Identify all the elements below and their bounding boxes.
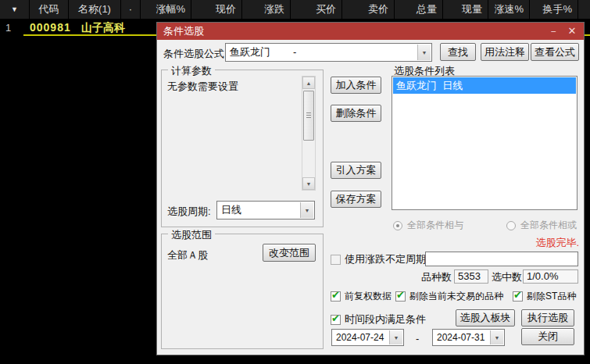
condition-list-item[interactable]: 鱼跃龙门 日线 (393, 77, 576, 94)
time-range-label: 时间段内满足条件 (345, 312, 426, 327)
irregular-period-checkbox[interactable]: 使用涨跌不定周期 (331, 252, 426, 266)
irregular-period-label: 使用涨跌不定周期 (345, 252, 426, 266)
count-label: 品种数 (421, 270, 452, 284)
radio-selected-icon (393, 221, 402, 230)
date-to-value: 2024-07-31 (437, 330, 485, 345)
formula-combobox[interactable]: 鱼跃龙门 - ▼ (225, 43, 432, 62)
selected-count-label: 选中数 (492, 270, 522, 284)
radio-unselected-icon (506, 221, 516, 230)
date-to-combobox[interactable]: 2024-07-31 ▼ (432, 329, 505, 346)
date-separator: - (416, 333, 419, 344)
exclude-untraded-label: 剔除当前未交易的品种 (409, 290, 503, 303)
header-cell-price[interactable]: 现价 (191, 0, 242, 19)
add-condition-button[interactable]: 加入条件 (331, 77, 381, 94)
header-cell-name[interactable]: 名称(1) (69, 0, 121, 19)
forward-adjusted-checkbox[interactable]: ✔ 前复权数据 (331, 290, 392, 303)
table-header: ▼ 代码 名称(1) · 涨幅% 现价 涨跌 买价 卖价 总量 现量 涨速% 换… (0, 0, 590, 19)
header-cell-volume[interactable]: 总量 (395, 0, 443, 19)
stock-code: 000981 (30, 21, 71, 34)
header-cell-code[interactable]: 代码 (30, 0, 69, 19)
params-scrollbar[interactable]: ▲ ▼ (302, 76, 316, 191)
checkbox-unchecked-icon[interactable] (331, 255, 341, 265)
date-from-value: 2024-07-24 (336, 330, 384, 345)
change-range-button[interactable]: 改变范围 (263, 244, 316, 262)
date-from-combobox[interactable]: 2024-07-24 ▼ (331, 329, 404, 346)
find-button[interactable]: 查找 (440, 43, 476, 61)
period-value: 日线 (221, 202, 241, 219)
header-cell-speed[interactable]: 涨速% (488, 0, 530, 19)
radio-and-label: 全部条件相与 (407, 219, 463, 232)
column-filter-icon[interactable]: ▼ (0, 0, 30, 19)
checkbox-checked-icon[interactable]: ✔ (513, 291, 523, 302)
header-cell-change-pct[interactable]: 涨幅% (141, 0, 191, 19)
scrollbar-thumb[interactable] (303, 91, 314, 141)
dialog-body: 条件选股公式 鱼跃龙门 - ▼ 查找 用法注释 查看公式 计算参数 无参数需要设… (157, 40, 584, 355)
stock-range-label: 选股范围 (168, 228, 215, 242)
header-cell-change[interactable]: 涨跌 (242, 0, 291, 19)
irregular-period-input[interactable] (425, 252, 578, 266)
execute-select-button[interactable]: 执行选股 (521, 309, 574, 327)
dialog-titlebar: 条件选股 － ✕ (157, 23, 584, 40)
status-text: 选股完毕. (535, 236, 579, 250)
checkbox-checked-icon[interactable]: ✔ (331, 291, 341, 302)
row-index: 1 (5, 22, 11, 34)
chevron-down-icon[interactable]: ▼ (300, 202, 313, 218)
formula-value: 鱼跃龙门 - (230, 44, 296, 61)
condition-stock-dialog: 条件选股 － ✕ 条件选股公式 鱼跃龙门 - ▼ 查找 用法注释 查看公式 计算… (156, 22, 585, 355)
chevron-down-icon[interactable]: ▼ (490, 330, 503, 344)
header-filler (578, 0, 590, 19)
scroll-down-icon[interactable]: ▼ (302, 177, 315, 190)
view-formula-button[interactable]: 查看公式 (531, 43, 579, 61)
condition-listbox[interactable]: 鱼跃龙门 日线 (392, 76, 577, 210)
usage-notes-button[interactable]: 用法注释 (481, 43, 529, 61)
calc-params-label: 计算参数 (168, 64, 215, 78)
no-params-text: 无参数需要设置 (167, 80, 238, 94)
period-label: 选股周期: (167, 205, 211, 219)
radio-all-and: 全部条件相与 (393, 219, 463, 232)
checkbox-checked-icon[interactable]: ✔ (331, 315, 341, 325)
header-cell-ask[interactable]: 卖价 (342, 0, 395, 19)
header-cell-bid[interactable]: 买价 (291, 0, 342, 19)
close-button[interactable]: 关闭 (521, 328, 574, 345)
select-to-block-button[interactable]: 选股入板块 (456, 309, 515, 327)
count-field: 5353 (454, 269, 488, 284)
scroll-up-icon[interactable]: ▲ (302, 77, 315, 89)
exclude-untraded-checkbox[interactable]: ✔ 剔除当前未交易的品种 (395, 290, 503, 303)
save-plan-button[interactable]: 保存方案 (331, 191, 381, 208)
formula-label: 条件选股公式 (163, 47, 224, 61)
chevron-down-icon[interactable]: ▼ (389, 330, 402, 344)
calc-params-group: 计算参数 无参数需要设置 ▲ ▼ 选股周期: 日线 ▼ (161, 70, 324, 227)
exclude-st-label: 剔除ST品种 (527, 290, 576, 303)
chevron-down-icon[interactable]: ▼ (417, 45, 431, 60)
forward-adjusted-label: 前复权数据 (345, 290, 392, 303)
table-row[interactable]: 1 000981 山子高科 (0, 21, 156, 35)
range-value: 全部Ａ股 (167, 248, 208, 262)
dialog-title: 条件选股 (163, 25, 204, 37)
checkbox-checked-icon[interactable]: ✔ (395, 291, 406, 302)
radio-or-label: 全部条件相或 (520, 219, 577, 232)
radio-all-or: 全部条件相或 (506, 219, 577, 232)
sort-indicator-icon[interactable]: · (121, 0, 141, 19)
header-cell-turnover[interactable]: 换手% (530, 0, 578, 19)
app-root: ▼ 代码 名称(1) · 涨幅% 现价 涨跌 买价 卖价 总量 现量 涨速% 换… (0, 0, 590, 364)
minimize-button[interactable]: － (545, 23, 562, 40)
exclude-st-checkbox[interactable]: ✔ 剔除ST品种 (513, 290, 576, 303)
stock-range-group: 选股范围 全部Ａ股 改变范围 (161, 234, 324, 349)
time-range-checkbox[interactable]: ✔ 时间段内满足条件 (331, 312, 426, 327)
remove-condition-button[interactable]: 删除条件 (331, 105, 381, 122)
header-cell-cur-volume[interactable]: 现量 (443, 0, 488, 19)
selected-count-field: 1/0.0% (523, 269, 578, 284)
import-plan-button[interactable]: 引入方案 (331, 162, 381, 179)
stock-name: 山子高科 (81, 21, 125, 35)
period-combobox[interactable]: 日线 ▼ (216, 201, 315, 219)
close-icon[interactable]: ✕ (563, 23, 581, 40)
